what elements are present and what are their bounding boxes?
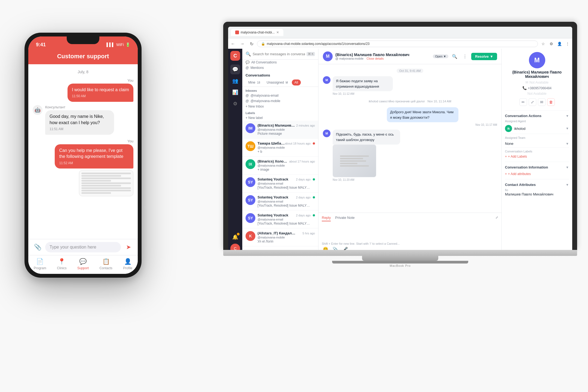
resolve-button[interactable]: Resolve ▼ [471,53,497,60]
close-details-link[interactable]: Close details [367,57,384,60]
inbox-email[interactable]: @ @malyovana-email [242,93,318,98]
nav-item-contacts[interactable]: 📋 Contacts [99,258,112,270]
audio-icon[interactable]: 🎤 [341,245,349,250]
email-contact-btn[interactable]: ✉ [538,98,546,106]
contact-big-avatar: M [529,52,545,68]
sidebar-contacts-icon[interactable]: 👥 [230,76,240,86]
tab-all[interactable]: All [292,79,301,85]
conv-msg-3: + image [258,168,315,171]
account-icon[interactable]: 👤 [556,40,563,47]
phone-screen: 9:41 ▌▌▌ WiFi 🔋 Customer support July, 8 [28,36,138,274]
image-placeholder [333,145,376,177]
new-label-btn[interactable]: + New label [242,115,318,121]
nav-item-program[interactable]: 📄 Program [34,258,46,270]
all-conversations-link[interactable]: 💬 All Conversations [242,60,318,65]
browser-tab[interactable]: malyovana-chat-mobi... ✕ [231,29,283,36]
new-inbox-btn[interactable]: + New Inbox [242,104,318,109]
attach-button[interactable]: 📎 [33,242,42,252]
phone-device: 9:41 ▌▌▌ WiFi 🔋 Customer support July, 8 [24,33,142,278]
input-placeholder: Type your question here [50,245,96,249]
back-button[interactable]: ← [229,40,237,48]
contact-email2-na: Not Available [528,92,547,96]
team-assignment[interactable]: None ▼ [505,140,569,148]
conversation-item-5[interactable]: SY Solanteq Youtrack 2 days ago @malyova… [242,192,318,210]
send-button[interactable]: ➤ [124,242,133,252]
conversation-item-2[interactable]: ТШ Тамара Шибаєва about 18 hours ago @ma… [242,139,318,157]
msg-row-outgoing-2: You Can you help me please, I've got the… [33,139,133,197]
agent-name-display: ikholod [514,127,564,131]
attach-icon[interactable]: 📎 [332,245,339,250]
contact-attrs-heading[interactable]: Contact Attributes ▼ [505,183,569,187]
conversation-item-3[interactable]: IX (Binarics) Холод Іван Пет... about 17… [242,157,318,174]
phone-input-area: 📎 Type your question here ➤ [28,239,138,255]
extensions-icon[interactable]: ⚙ [548,40,555,47]
delete-contact-btn[interactable]: 🗑 [547,98,555,106]
conv-header-2: Тамара Шибаєва about 18 hours ago [258,141,311,145]
conversation-item-4[interactable]: SY Solanteq Youtrack 2 days ago @malyova… [242,174,318,192]
msg-row-outgoing-1: You I would like to request a claim 11:5… [33,78,133,102]
sidebar-reports-icon[interactable]: 📊 [230,87,240,97]
reply-input[interactable] [322,223,498,240]
sidebar-conversations-icon[interactable]: 💬 [230,65,240,74]
sidebar-settings-icon[interactable]: ⚙ [230,99,240,109]
inbox-mobile[interactable]: @ @malyovana-mobile [242,98,318,104]
contact-full-name: (Binarics) Малишев Павло Михайлович [505,70,569,79]
more-icon[interactable]: ⋮ [564,40,571,47]
conv-avatar-6: SY [246,213,255,223]
sidebar-avatar-icon[interactable]: C [230,244,240,250]
contact-channel: @ malyovana-mobile [335,57,364,60]
add-attributes-btn[interactable]: + + Add attributes [505,171,569,177]
conv-actions-chevron: ▼ [566,114,569,118]
open-badge[interactable]: Open ▼ [433,54,448,58]
browser-tab-title: malyovana-chat-mobi... [241,30,275,34]
sidebar-notifications-icon[interactable]: 🔔 [230,232,240,242]
refresh-button[interactable]: ↻ [248,40,255,48]
cw-msg-content-1: Я бажаю подати заяву на отримання відшко… [333,76,425,95]
laptop-foot [332,261,468,264]
edit-contact-btn[interactable]: ✏ [519,98,527,106]
contact-info: (Binarics) Малишев Павло Михайлович @ ma… [335,53,430,60]
conversation-item-6[interactable]: SY Solanteq Youtrack 2 days ago @malyova… [242,210,318,228]
add-labels-btn[interactable]: + + Add Labels [505,154,569,160]
msg-row-agent-1: 🤖 Консультант Good day, my name is Nike,… [33,105,133,136]
conv-info-heading[interactable]: Conversation Information ▼ [505,165,569,169]
nav-item-clinics[interactable]: 📍 Clinics [57,258,66,270]
doc-line-3 [81,177,131,179]
conv-header-4: Solanteq Youtrack 2 days ago [258,177,311,181]
profile-icon: 👤 [124,258,131,265]
cw-sidebar: C 💬 👥 📊 ⚙ 🔔 C [228,49,242,250]
conv-source-5: @malyovana-email [258,200,311,203]
conv-avatar-2: ТШ [246,141,255,151]
address-bar[interactable]: 🔒 malyovana-chat-mobile.solanteq.com/app… [257,41,538,47]
conversation-item-7[interactable]: K (Allstars_IT) Кандалінцев... 5 hrs ago… [242,228,318,246]
merge-contact-btn[interactable]: ⤢ [529,98,536,106]
nav-item-support[interactable]: 💬 Support [77,258,89,270]
conv-info-2: Тамара Шибаєва about 18 hours ago @malyo… [258,141,311,154]
reply-tab[interactable]: Reply [322,216,331,221]
browser-tab-close[interactable]: ✕ [276,30,279,34]
resolved-dot-5 [313,196,315,198]
search-header-icon[interactable]: 🔍 [451,52,459,60]
assigned-agent-row: Assigned Agent ik ikholod ▼ [505,120,569,134]
agent-name: Консультант [45,105,133,109]
tab-unassigned[interactable]: Unassigned M [264,79,290,85]
tab-mine[interactable]: Mine 18 [246,79,263,85]
agent-assignment[interactable]: ik ikholod ▼ [505,123,569,134]
emoji-icon[interactable]: 😊 [322,245,329,250]
cw-msg-time-4: Nov 10, 11:20 AM [333,178,436,181]
private-note-tab[interactable]: Private Note [335,216,355,221]
forward-button[interactable]: → [238,40,246,48]
phone-input[interactable]: Type your question here [45,242,121,252]
expand-icon[interactable]: ⤢ [495,216,498,221]
conv-info-section: Conversation Information ▼ + + Add attri… [505,165,569,177]
mentions-link[interactable]: @ Mentions [242,65,318,71]
bookmark-icon[interactable]: ☆ [540,40,547,47]
doc-line-4 [81,180,111,182]
more-header-icon[interactable]: ⋮ [461,52,469,60]
conv-actions-heading[interactable]: Conversation Actions ▼ [505,114,569,118]
nav-item-profile[interactable]: 👤 Profile [123,258,132,270]
conversation-item-1[interactable]: IM (Binarics) Малишев Павл... 2 minutes … [242,121,318,139]
reply-area: Reply Private Note ⤢ Shift + Enter for n… [318,213,501,250]
search-input[interactable] [253,52,305,56]
browser-action-buttons: ☆ ⚙ 👤 ⋮ [540,40,571,47]
